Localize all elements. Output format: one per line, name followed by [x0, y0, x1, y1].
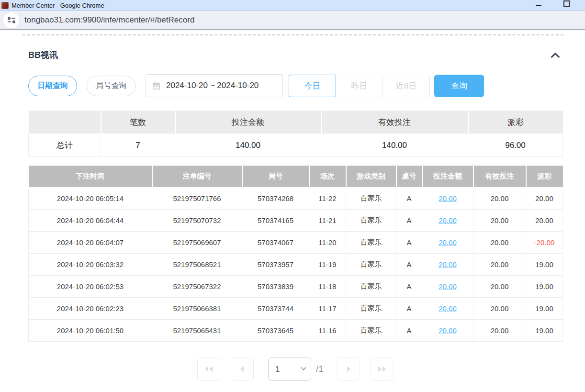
cell-bet-amount: 20.00	[422, 188, 473, 210]
cell-bet-no: 521975067322	[152, 276, 242, 298]
round-query-tab[interactable]: 局号查询	[87, 76, 136, 96]
cell-bet-amount: 20.00	[422, 254, 473, 276]
cell-valid-bet: 20.00	[473, 320, 526, 342]
cell-bet-amount: 20.00	[422, 320, 473, 342]
header-bet-time: 下注时间	[29, 166, 152, 188]
bet-amount-link[interactable]: 20.00	[439, 260, 457, 269]
prev-page-button[interactable]	[231, 358, 254, 381]
maximize-icon	[563, 0, 570, 7]
cell-payout: 19.00	[526, 254, 563, 276]
bet-amount-link[interactable]: 20.00	[439, 282, 457, 291]
cell-bet-time: 2024-10-20 06:01:50	[29, 320, 152, 342]
cell-table-no: A	[396, 276, 422, 298]
cell-session: 11-21	[309, 210, 346, 232]
table-row: 2024-10-20 06:02:53 521975067322 5703738…	[29, 276, 563, 298]
cell-bet-amount: 20.00	[422, 276, 473, 298]
minimize-button[interactable]	[532, 0, 545, 10]
last-8-days-button[interactable]: 近8日	[382, 75, 430, 97]
table-row: 2024-10-20 06:05:14 521975071766 5703742…	[29, 188, 563, 210]
cell-table-no: A	[396, 232, 422, 254]
cell-payout: 19.00	[526, 298, 563, 320]
site-info-button[interactable]	[3, 12, 19, 28]
cell-bet-no: 521975066381	[152, 298, 242, 320]
cell-session: 11-22	[309, 188, 346, 210]
cell-bet-time: 2024-10-20 06:03:32	[29, 254, 152, 276]
next-page-button[interactable]	[337, 358, 360, 381]
collapse-button[interactable]	[550, 52, 561, 58]
left-arrow-icon	[238, 365, 246, 373]
cell-bet-no: 521975071766	[152, 188, 242, 210]
cell-round-no: 570373957	[242, 254, 309, 276]
url-text[interactable]: tongbao31.com:9900/infe/mcenter/#/betRec…	[24, 15, 194, 25]
header-bet-no: 注单编号	[152, 166, 242, 188]
summary-table: 笔数 投注金额 有效投注 派彩 总计 7 140.00 140.00 96.00	[28, 111, 563, 157]
cell-session: 11-18	[309, 276, 346, 298]
page-select-wrap: 1	[268, 358, 311, 381]
header-game-type: 游戏类别	[346, 166, 396, 188]
summary-header-blank	[29, 111, 101, 134]
yesterday-button[interactable]: 昨日	[336, 75, 383, 97]
summary-header-row: 笔数 投注金额 有效投注 派彩	[29, 111, 563, 134]
table-row: 2024-10-20 06:04:44 521975070732 5703741…	[29, 210, 563, 232]
section-title: BB视讯	[28, 49, 58, 61]
cell-table-no: A	[396, 188, 422, 210]
table-row: 2024-10-20 06:01:50 521975065431 5703736…	[29, 320, 563, 342]
cell-round-no: 570373645	[242, 320, 309, 342]
cell-bet-no: 521975065431	[152, 320, 242, 342]
minimize-icon	[536, 5, 541, 6]
cell-bet-time: 2024-10-20 06:02:23	[29, 298, 152, 320]
cell-round-no: 570374165	[242, 210, 309, 232]
bet-amount-link[interactable]: 20.00	[439, 326, 457, 335]
cell-bet-time: 2024-10-20 06:02:53	[29, 276, 152, 298]
date-range-input[interactable]: 2024-10-20 ~ 2024-10-20	[146, 74, 283, 97]
cell-table-no: A	[396, 210, 422, 232]
cell-bet-amount: 20.00	[422, 232, 473, 254]
cell-payout: 19.00	[526, 320, 563, 342]
bet-table-header-row: 下注时间 注单编号 局号 场次 游戏类别 桌号 投注金额 有效投注 派彩	[29, 166, 563, 188]
filter-toolbar: 日期查询 局号查询 2024-10-20 ~ 2024-10-20 今日 昨日 …	[28, 74, 562, 97]
header-session: 场次	[309, 166, 346, 188]
maximize-button[interactable]	[560, 0, 573, 10]
bet-amount-link[interactable]: 20.00	[439, 304, 457, 313]
summary-total-label: 总计	[29, 134, 101, 157]
cell-bet-no: 521975069607	[152, 232, 242, 254]
table-row: 2024-10-20 06:03:32 521975068521 5703739…	[29, 254, 563, 276]
summary-valid-bet-value: 140.00	[321, 134, 468, 157]
summary-header-count: 笔数	[101, 111, 175, 134]
cell-bet-time: 2024-10-20 06:05:14	[29, 188, 152, 210]
cell-bet-time: 2024-10-20 06:04:07	[29, 232, 152, 254]
cell-bet-no: 521975070732	[152, 210, 242, 232]
cell-valid-bet: 20.00	[473, 298, 526, 320]
bet-amount-link[interactable]: 20.00	[439, 194, 457, 202]
cell-valid-bet: 20.00	[473, 254, 526, 276]
bet-amount-link[interactable]: 20.00	[439, 216, 457, 224]
url-bar: tongbao31.com:9900/infe/mcenter/#/betRec…	[0, 11, 585, 30]
cell-table-no: A	[396, 298, 422, 320]
last-page-button[interactable]	[371, 358, 394, 381]
date-query-tab[interactable]: 日期查询	[28, 76, 77, 96]
cell-payout: -20.00	[526, 232, 563, 254]
summary-count-value: 7	[101, 134, 175, 157]
cell-session: 11-19	[309, 254, 346, 276]
first-page-button[interactable]	[197, 358, 220, 381]
cell-valid-bet: 20.00	[473, 210, 526, 232]
search-button[interactable]: 查询	[434, 75, 484, 97]
double-right-arrow-icon	[377, 365, 387, 373]
dashed-divider	[22, 34, 563, 35]
bet-record-page: BB视讯 日期查询 局号查询 2024-10-20 ~ 2024-10-20	[0, 49, 585, 381]
table-row: 2024-10-20 06:04:07 521975069607 5703740…	[29, 232, 563, 254]
today-button[interactable]: 今日	[289, 75, 336, 97]
double-left-arrow-icon	[203, 365, 214, 373]
cell-valid-bet: 20.00	[473, 188, 526, 210]
cell-round-no: 570374268	[242, 188, 309, 210]
cell-game-type: 百家乐	[346, 232, 396, 254]
summary-payout-value: 96.00	[468, 134, 563, 157]
header-table-no: 桌号	[396, 166, 422, 188]
table-row: 2024-10-20 06:02:23 521975066381 5703737…	[29, 298, 563, 320]
summary-header-payout: 派彩	[468, 111, 563, 134]
cell-game-type: 百家乐	[346, 298, 396, 320]
bet-amount-link[interactable]: 20.00	[439, 238, 457, 246]
page-select[interactable]: 1	[268, 358, 311, 381]
window-titlebar: Member Center - Google Chrome	[0, 0, 585, 11]
summary-total-row: 总计 7 140.00 140.00 96.00	[29, 134, 563, 157]
